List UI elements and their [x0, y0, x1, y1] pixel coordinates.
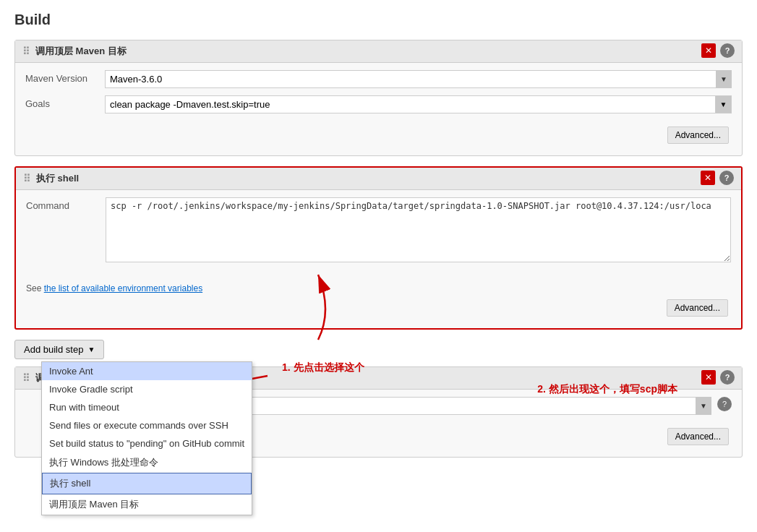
shell-drag-handle-icon: ⠿	[23, 173, 30, 184]
dropdown-item-invoke-maven[interactable]: 调用顶层 Maven 目标	[42, 494, 252, 515]
command-row: Command scp -r /root/.jenkins/workspace/…	[26, 197, 731, 276]
add-build-step-area: Add build step ▼	[14, 340, 743, 359]
goals-input-wrapper: ▼	[105, 95, 732, 113]
shell-advanced-row: Advanced...	[26, 293, 731, 321]
shell-panel: ⠿ 执行 shell ✕ ? Command scp -r /root/.jen…	[14, 166, 743, 330]
maven-version-select[interactable]: Maven-3.6.0	[105, 70, 732, 88]
drag-handle-icon: ⠿	[22, 46, 30, 57]
shell-panel-body: Command scp -r /root/.jenkins/workspace/…	[16, 190, 741, 328]
third-advanced-button[interactable]: Advanced...	[667, 428, 729, 445]
third-drag-handle-icon: ⠿	[22, 372, 30, 384]
third-close-button[interactable]: ✕	[701, 370, 716, 385]
env-link[interactable]: the list of available environment variab…	[44, 283, 202, 293]
dropdown-item-execute-windows[interactable]: 执行 Windows 批处理命令	[42, 452, 252, 473]
add-build-step-arrow-icon: ▼	[87, 346, 95, 353]
dropdown-item-execute-shell[interactable]: 执行 shell	[42, 473, 252, 494]
shell-panel-header: ⠿ 执行 shell ✕ ?	[16, 168, 741, 190]
dropdown-item-invoke-ant[interactable]: Invoke Ant	[42, 362, 252, 380]
add-build-step-button[interactable]: Add build step ▼	[14, 340, 104, 359]
command-control: scp -r /root/.jenkins/workspace/my-jenki…	[106, 197, 731, 276]
third-field-help-icon[interactable]: ?	[717, 397, 732, 411]
shell-panel-title: 执行 shell	[36, 172, 79, 185]
maven-version-control: Maven-3.6.0 ▼	[105, 70, 732, 88]
goals-label: Goals	[25, 95, 105, 109]
maven-version-select-wrapper: Maven-3.6.0 ▼	[105, 70, 732, 88]
maven-panel-title: 调用顶层 Maven 目标	[35, 45, 127, 58]
maven-version-row: Maven Version Maven-3.6.0 ▼	[25, 70, 732, 88]
shell-advanced-button[interactable]: Advanced...	[667, 299, 728, 317]
maven-help-icon[interactable]: ?	[720, 43, 735, 58]
shell-help-icon[interactable]: ?	[719, 171, 734, 185]
goals-expand-button[interactable]: ▼	[716, 95, 732, 113]
add-build-step-label: Add build step	[24, 344, 83, 355]
goals-input[interactable]	[105, 95, 716, 113]
command-label: Command	[26, 197, 106, 211]
maven-close-button[interactable]: ✕	[701, 43, 716, 58]
maven-panel-header: ⠿ 调用顶层 Maven 目标 ✕ ?	[15, 40, 742, 63]
dropdown-item-run-timeout[interactable]: Run with timeout	[42, 398, 252, 416]
maven-panel-body: Maven Version Maven-3.6.0 ▼ Goals ▼	[15, 63, 742, 155]
maven-panel: ⠿ 调用顶层 Maven 目标 ✕ ? Maven Version Maven-…	[14, 40, 743, 156]
shell-close-button[interactable]: ✕	[701, 171, 715, 185]
maven-advanced-button[interactable]: Advanced...	[667, 126, 729, 144]
dropdown-item-send-files-ssh[interactable]: Send files or execute commands over SSH	[42, 416, 252, 434]
command-scrollbar[interactable]	[106, 266, 731, 276]
build-step-dropdown: Invoke Ant Invoke Gradle script Run with…	[41, 361, 252, 515]
page-title: Build	[14, 12, 743, 28]
third-help-icon[interactable]: ?	[720, 370, 735, 385]
dropdown-item-invoke-gradle[interactable]: Invoke Gradle script	[42, 380, 252, 398]
goals-row: Goals ▼	[25, 95, 732, 113]
maven-advanced-row: Advanced...	[25, 121, 732, 148]
maven-version-label: Maven Version	[25, 70, 105, 84]
dropdown-item-set-build-status[interactable]: Set build status to "pending" on GitHub …	[42, 434, 252, 452]
command-textarea[interactable]: scp -r /root/.jenkins/workspace/my-jenki…	[106, 197, 731, 262]
env-link-row: See the list of available environment va…	[26, 283, 731, 293]
page-wrapper: Build ⠿ 调用顶层 Maven 目标 ✕ ? Maven Version …	[0, 0, 757, 532]
goals-control: ▼	[105, 95, 732, 113]
env-prefix: See	[26, 283, 44, 293]
